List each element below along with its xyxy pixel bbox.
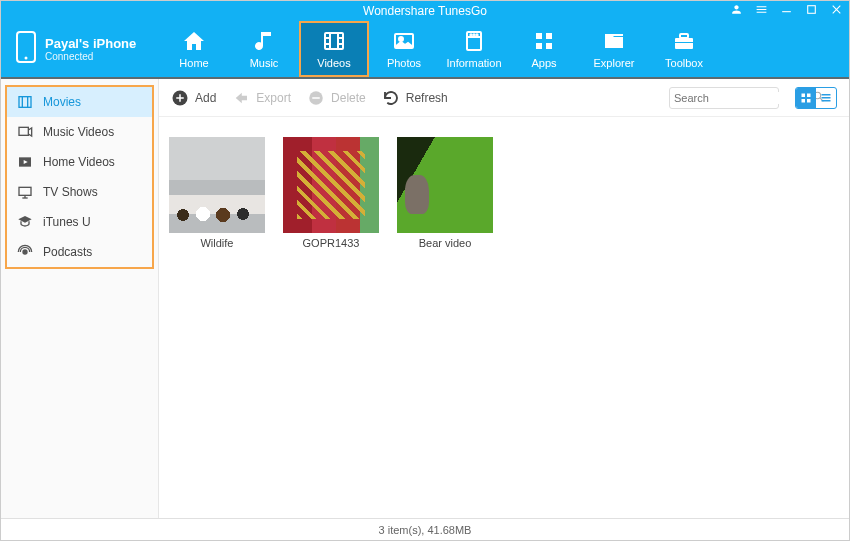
export-icon: [232, 89, 250, 107]
add-button[interactable]: Add: [171, 89, 216, 107]
phone-icon: [15, 31, 37, 67]
sidebar-item-label: Home Videos: [43, 155, 115, 169]
svg-rect-26: [19, 97, 31, 108]
menu-icon[interactable]: [755, 3, 768, 16]
app-title: Wondershare TunesGo: [363, 4, 487, 18]
sidebar-highlight: Movies Music Videos Home Videos TV Shows…: [5, 85, 154, 269]
video-thumbnail: [169, 137, 265, 233]
nav-apps[interactable]: Apps: [509, 21, 579, 77]
information-icon: [462, 29, 486, 53]
window-controls: [730, 3, 843, 16]
minimize-icon[interactable]: [780, 3, 793, 16]
sidebar-item-label: Podcasts: [43, 245, 92, 259]
sidebar-item-label: TV Shows: [43, 185, 98, 199]
refresh-icon: [382, 89, 400, 107]
delete-button[interactable]: Delete: [307, 89, 366, 107]
title-bar: Wondershare TunesGo: [1, 1, 849, 21]
user-icon[interactable]: [730, 3, 743, 16]
nav-music[interactable]: Music: [229, 21, 299, 77]
svg-point-3: [25, 57, 28, 60]
svg-rect-0: [782, 11, 791, 12]
svg-rect-18: [536, 33, 542, 39]
svg-rect-41: [802, 93, 806, 97]
video-thumbnail: [283, 137, 379, 233]
export-button[interactable]: Export: [232, 89, 291, 107]
view-toggle: [795, 87, 837, 109]
svg-rect-47: [822, 100, 831, 102]
nav-home[interactable]: Home: [159, 21, 229, 77]
svg-rect-45: [822, 94, 831, 96]
refresh-button[interactable]: Refresh: [382, 89, 448, 107]
device-status: Connected: [45, 51, 136, 62]
svg-rect-42: [807, 93, 811, 97]
sidebar: Movies Music Videos Home Videos TV Shows…: [1, 79, 159, 518]
device-panel[interactable]: Payal's iPhone Connected: [1, 21, 159, 77]
video-icon: [321, 29, 347, 53]
svg-rect-24: [680, 34, 688, 38]
svg-point-15: [470, 34, 471, 35]
movies-icon: [17, 94, 33, 110]
podcasts-icon: [17, 244, 33, 260]
svg-rect-32: [19, 187, 31, 195]
video-title: Bear video: [419, 237, 472, 249]
delete-icon: [307, 89, 325, 107]
device-name: Payal's iPhone: [45, 36, 136, 51]
nav-explorer[interactable]: Explorer: [579, 21, 649, 77]
search-input[interactable]: [674, 92, 812, 104]
svg-rect-20: [536, 43, 542, 49]
toolbox-icon: [671, 29, 697, 53]
list-view-button[interactable]: [816, 88, 836, 108]
svg-rect-22: [605, 34, 623, 36]
sidebar-item-music-videos[interactable]: Music Videos: [7, 117, 152, 147]
video-grid: Wildife GOPR1433 Bear video: [159, 117, 849, 518]
svg-rect-44: [807, 99, 811, 103]
status-text: 3 item(s), 41.68MB: [379, 524, 472, 536]
itunes-u-icon: [17, 214, 33, 230]
sidebar-item-label: Music Videos: [43, 125, 114, 139]
maximize-icon[interactable]: [805, 3, 818, 16]
nav-videos[interactable]: Videos: [299, 21, 369, 77]
video-item[interactable]: GOPR1433: [283, 137, 379, 249]
close-icon[interactable]: [830, 3, 843, 16]
tv-icon: [17, 184, 33, 200]
svg-rect-1: [808, 6, 816, 14]
content: Add Export Delete Refresh: [159, 79, 849, 518]
main-nav: Home Music Videos Photos Information App…: [159, 21, 849, 77]
home-icon: [181, 29, 207, 53]
music-videos-icon: [17, 124, 33, 140]
nav-information[interactable]: Information: [439, 21, 509, 77]
sidebar-item-movies[interactable]: Movies: [7, 87, 152, 117]
sidebar-item-tv-shows[interactable]: TV Shows: [7, 177, 152, 207]
svg-rect-46: [822, 97, 831, 99]
home-videos-icon: [17, 154, 33, 170]
svg-rect-25: [675, 42, 693, 43]
explorer-icon: [601, 29, 627, 53]
svg-rect-21: [546, 43, 552, 49]
sidebar-item-podcasts[interactable]: Podcasts: [7, 237, 152, 267]
sidebar-item-label: iTunes U: [43, 215, 91, 229]
svg-point-16: [473, 34, 474, 35]
video-item[interactable]: Wildife: [169, 137, 265, 249]
video-thumbnail: [397, 137, 493, 233]
grid-view-button[interactable]: [796, 88, 816, 108]
sidebar-item-itunes-u[interactable]: iTunes U: [7, 207, 152, 237]
toolbar: Add Export Delete Refresh: [159, 79, 849, 117]
svg-rect-43: [802, 99, 806, 103]
svg-rect-4: [325, 33, 343, 49]
video-title: GOPR1433: [303, 237, 360, 249]
sidebar-item-label: Movies: [43, 95, 81, 109]
photos-icon: [391, 29, 417, 53]
svg-point-12: [399, 37, 403, 41]
svg-rect-23: [675, 38, 693, 49]
nav-photos[interactable]: Photos: [369, 21, 439, 77]
search-box[interactable]: [669, 87, 779, 109]
apps-icon: [532, 29, 556, 53]
nav-toolbox[interactable]: Toolbox: [649, 21, 719, 77]
svg-rect-19: [546, 33, 552, 39]
status-bar: 3 item(s), 41.68MB: [1, 518, 849, 540]
video-item[interactable]: Bear video: [397, 137, 493, 249]
svg-rect-29: [19, 127, 28, 135]
svg-rect-38: [312, 97, 320, 99]
video-title: Wildife: [200, 237, 233, 249]
sidebar-item-home-videos[interactable]: Home Videos: [7, 147, 152, 177]
